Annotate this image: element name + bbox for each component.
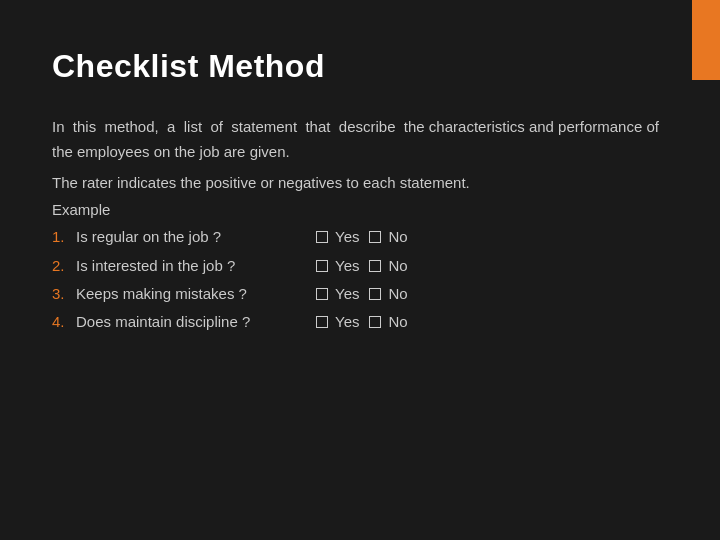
item-number-4: 4.: [52, 309, 76, 335]
checkbox-yes-4[interactable]: [316, 316, 328, 328]
paragraph-2: The rater indicates the positive or nega…: [52, 171, 668, 196]
slide-container: Checklist Method In this method, a list …: [0, 0, 720, 540]
item-text-2: Is interested in the job ?: [76, 253, 316, 279]
example-label: Example: [52, 201, 668, 218]
item-number-1: 1.: [52, 224, 76, 250]
list-item: 4. Does maintain discipline ? Yes No: [52, 309, 668, 335]
list-item: 2. Is interested in the job ? Yes No: [52, 253, 668, 279]
checkbox-no-2[interactable]: [369, 260, 381, 272]
item-number-3: 3.: [52, 281, 76, 307]
checkbox-no-4[interactable]: [369, 316, 381, 328]
item-text-1: Is regular on the job ?: [76, 224, 316, 250]
checklist-list: 1. Is regular on the job ? Yes No 2. Is …: [52, 224, 668, 335]
yes-label-1: Yes: [335, 224, 359, 250]
yes-label-2: Yes: [335, 253, 359, 279]
checkbox-yes-3[interactable]: [316, 288, 328, 300]
list-item: 1. Is regular on the job ? Yes No: [52, 224, 668, 250]
checkbox-yes-2[interactable]: [316, 260, 328, 272]
no-label-1: No: [388, 224, 407, 250]
yes-no-4: Yes No: [316, 309, 414, 335]
yes-no-2: Yes No: [316, 253, 414, 279]
slide-title: Checklist Method: [52, 48, 668, 85]
list-item: 3. Keeps making mistakes ? Yes No: [52, 281, 668, 307]
item-number-2: 2.: [52, 253, 76, 279]
item-text-3: Keeps making mistakes ?: [76, 281, 316, 307]
paragraph-1: In this method, a list of statement that…: [52, 115, 668, 165]
no-label-2: No: [388, 253, 407, 279]
item-text-4: Does maintain discipline ?: [76, 309, 316, 335]
checkbox-yes-1[interactable]: [316, 231, 328, 243]
orange-accent-bar: [692, 0, 720, 80]
checkbox-no-1[interactable]: [369, 231, 381, 243]
no-label-3: No: [388, 281, 407, 307]
no-label-4: No: [388, 309, 407, 335]
yes-label-3: Yes: [335, 281, 359, 307]
yes-label-4: Yes: [335, 309, 359, 335]
yes-no-1: Yes No: [316, 224, 414, 250]
checkbox-no-3[interactable]: [369, 288, 381, 300]
yes-no-3: Yes No: [316, 281, 414, 307]
